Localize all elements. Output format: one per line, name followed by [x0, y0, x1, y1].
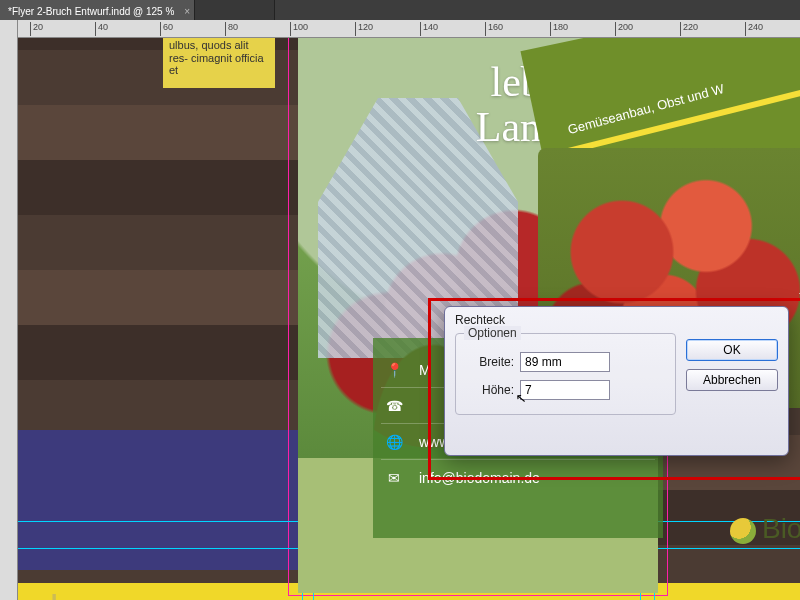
document-tabs: *Flyer 2-Bruch Entwurf.indd @ 125 % × — [0, 0, 800, 20]
ruler-tick: 120 — [355, 22, 373, 36]
ruler-tick: 160 — [485, 22, 503, 36]
ruler-tick: 180 — [550, 22, 568, 36]
document-tab-active[interactable]: *Flyer 2-Bruch Entwurf.indd @ 125 % × — [0, 0, 195, 20]
cancel-button[interactable]: Abbrechen — [686, 369, 778, 391]
ruler-tick: 140 — [420, 22, 438, 36]
fieldset-legend: Optionen — [464, 326, 521, 340]
pin-icon: 📍 — [381, 362, 407, 378]
width-label: Breite: — [466, 355, 514, 369]
brand-bioh: Bioh — [730, 513, 800, 545]
ok-button[interactable]: OK — [686, 339, 778, 361]
height-input[interactable] — [520, 380, 610, 400]
options-fieldset: Optionen Breite: Höhe: ↖ — [455, 333, 676, 415]
ruler-tick: 240 — [745, 22, 763, 36]
ruler-tick: 200 — [615, 22, 633, 36]
width-input[interactable] — [520, 352, 610, 372]
ruler-horizontal[interactable]: 20 40 60 80 100 120 140 160 180 200 220 … — [18, 20, 800, 38]
document-tab-inactive[interactable] — [195, 0, 275, 20]
watermark: als.de — [18, 588, 79, 600]
background-purple — [18, 430, 318, 570]
mail-icon: ✉ — [381, 470, 407, 486]
ruler-tick: 220 — [680, 22, 698, 36]
ruler-tick: 80 — [225, 22, 238, 36]
rectangle-dialog: Rechteck Optionen Breite: Höhe: ↖ OK Abb… — [444, 306, 789, 456]
ruler-vertical[interactable] — [0, 20, 18, 600]
globe-icon: 🌐 — [381, 434, 407, 450]
ruler-tick: 20 — [30, 22, 43, 36]
height-label: Höhe: — [466, 383, 514, 397]
ruler-tick: 40 — [95, 22, 108, 36]
close-icon[interactable]: × — [184, 6, 190, 17]
leaf-logo-icon — [730, 518, 756, 544]
lorem-snippet: ulbus, quods alit res- cimagnit officia … — [163, 38, 275, 88]
ruler-tick: 100 — [290, 22, 308, 36]
phone-icon: ☎ — [381, 398, 407, 414]
tab-title: *Flyer 2-Bruch Entwurf.indd @ 125 % — [8, 6, 174, 17]
ruler-tick: 60 — [160, 22, 173, 36]
canvas[interactable]: als.de rinto ulbus, quods alit res- cima… — [18, 38, 800, 600]
